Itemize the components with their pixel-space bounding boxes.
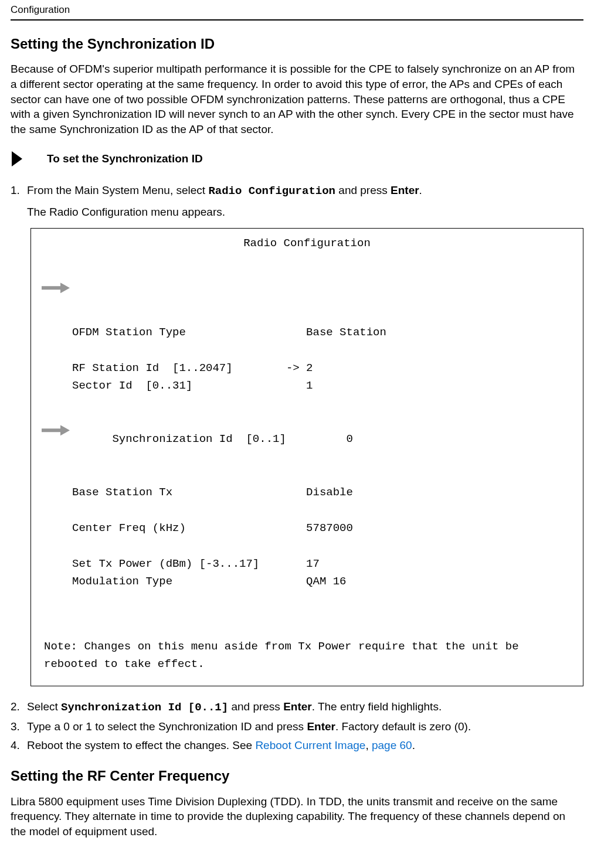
terminal-stp-label: Set Tx Power (dBm) [-3...17] bbox=[72, 557, 259, 570]
step-number: 1. bbox=[11, 183, 20, 198]
terminal-rf-arrow: -> bbox=[286, 362, 300, 375]
terminal-sector-row: Sector Id [0..31] 1 bbox=[44, 377, 570, 394]
pointer-arrow-icon bbox=[42, 389, 95, 471]
section-title-sync-id: Setting the Synchronization ID bbox=[11, 35, 583, 53]
svg-rect-3 bbox=[42, 428, 60, 432]
svg-rect-1 bbox=[42, 286, 60, 290]
terminal-sync-row: Synchronization Id [0..1] 0 bbox=[44, 394, 570, 466]
terminal-sync-value: 0 bbox=[347, 433, 353, 445]
terminal-mod-row: Modulation Type QAM 16 bbox=[44, 573, 570, 590]
intro-paragraph: Because of OFDM's superior multipath per… bbox=[11, 62, 583, 137]
terminal-sector-value: 1 bbox=[306, 379, 313, 392]
terminal-note: Note: Changes on this menu aside from Tx… bbox=[44, 591, 570, 673]
step-4-sep: , bbox=[365, 739, 372, 751]
terminal-rf-value: 2 bbox=[306, 362, 313, 375]
step-2-code: Synchronization Id [0..1] bbox=[61, 701, 228, 714]
step-number: 4. bbox=[11, 738, 20, 753]
svg-marker-0 bbox=[12, 151, 22, 166]
terminal-box: Radio Configuration OFDM Station Type Ba… bbox=[30, 228, 583, 687]
step-number: 2. bbox=[11, 699, 20, 714]
terminal-cf-value: 5787000 bbox=[306, 522, 353, 535]
step-1-code: Radio Configuration bbox=[208, 185, 335, 198]
step-1-suffix: . bbox=[419, 184, 422, 196]
step-2: 2. Select Synchronization Id [0..1] and … bbox=[11, 699, 583, 716]
terminal-sync-label: Synchronization Id [0..1] bbox=[112, 433, 286, 445]
step-4-suffix: . bbox=[412, 739, 415, 751]
step-1-bold: Enter bbox=[391, 184, 419, 196]
terminal-bstx-row: Base Station Tx Disable bbox=[44, 484, 570, 501]
procedure-label: To set the Synchronization ID bbox=[47, 151, 203, 166]
terminal-rf-row: RF Station Id [1..2047] -> 2 bbox=[44, 359, 570, 377]
step-2-suffix: . The entry field highlights. bbox=[312, 700, 442, 713]
step-4: 4. Reboot the system to effect the chang… bbox=[11, 738, 583, 753]
step-3-bold: Enter bbox=[307, 720, 335, 733]
step-1-line2: The Radio Configuration menu appears. bbox=[27, 205, 583, 220]
page-link[interactable]: page 60 bbox=[372, 739, 412, 751]
procedure-header: To set the Synchronization ID bbox=[11, 150, 583, 168]
step-2-mid: and press bbox=[228, 700, 283, 713]
step-1-mid: and press bbox=[335, 184, 391, 196]
procedure-arrow-icon bbox=[11, 150, 23, 168]
terminal-mod-value: QAM 16 bbox=[306, 575, 346, 588]
terminal-bstx-value: Disable bbox=[306, 486, 353, 499]
terminal-ofdm-row: OFDM Station Type Base Station bbox=[44, 324, 570, 341]
terminal-cf-label: Center Freq (kHz) bbox=[72, 522, 186, 535]
step-2-prefix: Select bbox=[27, 700, 61, 713]
terminal-rf-label: RF Station Id [1..2047] bbox=[72, 362, 233, 375]
header-rule bbox=[11, 19, 583, 21]
svg-marker-2 bbox=[60, 282, 70, 293]
terminal-stp-value: 17 bbox=[306, 557, 320, 570]
terminal-bstx-label: Base Station Tx bbox=[72, 486, 172, 499]
terminal-ofdm-label: OFDM Station Type bbox=[72, 326, 186, 339]
terminal-stp-row: Set Tx Power (dBm) [-3...17] 17 bbox=[44, 555, 570, 573]
terminal-cf-row: Center Freq (kHz) 5787000 bbox=[44, 519, 570, 537]
reboot-link[interactable]: Reboot Current Image bbox=[255, 739, 365, 751]
step-3: 3. Type a 0 or 1 to select the Synchroni… bbox=[11, 719, 583, 734]
step-number: 3. bbox=[11, 719, 20, 734]
step-1: 1. From the Main System Menu, select Rad… bbox=[11, 183, 583, 199]
header-left: Configuration bbox=[11, 4, 70, 17]
rf-center-body: Libra 5800 equipment uses Time Division … bbox=[11, 794, 583, 839]
step-4-prefix: Reboot the system to effect the changes.… bbox=[27, 739, 255, 751]
step-2-bold: Enter bbox=[283, 700, 312, 713]
pointer-arrow-icon bbox=[42, 247, 95, 329]
terminal-title: Radio Configuration bbox=[44, 234, 570, 252]
step-3-suffix: . Factory default is zero (0). bbox=[335, 720, 471, 733]
section-title-rf-center: Setting the RF Center Frequency bbox=[11, 767, 583, 785]
terminal-mod-label: Modulation Type bbox=[72, 575, 172, 588]
step-3-prefix: Type a 0 or 1 to select the Synchronizat… bbox=[27, 720, 307, 733]
step-1-text-prefix: From the Main System Menu, select bbox=[27, 184, 208, 196]
terminal-ofdm-value: Base Station bbox=[306, 326, 386, 339]
svg-marker-4 bbox=[60, 425, 70, 435]
